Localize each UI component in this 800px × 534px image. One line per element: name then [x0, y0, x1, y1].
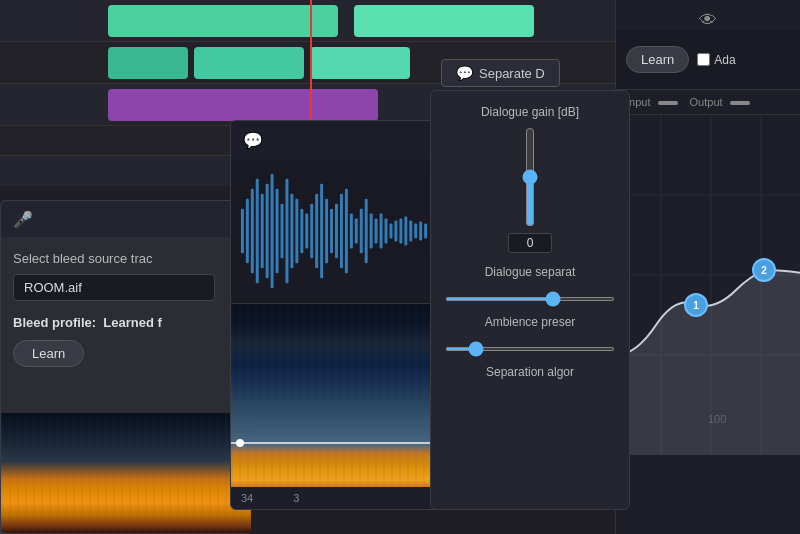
svg-rect-34	[404, 217, 407, 246]
ada-checkbox[interactable]: Ada	[697, 53, 735, 67]
svg-rect-21	[340, 194, 343, 268]
dialogue-sep-slider[interactable]	[445, 297, 615, 301]
waveform-header: 💬	[231, 121, 439, 159]
dialogue-gain-value: 0	[508, 233, 552, 253]
timeline-3: 3	[293, 492, 299, 504]
ada-label: Ada	[714, 53, 735, 67]
ambience-slider[interactable]	[445, 347, 615, 351]
eq-panel: 👁 Learn Ada Input Output	[615, 0, 800, 534]
spectrogram-display	[231, 304, 439, 504]
svg-rect-15	[310, 204, 313, 259]
io-input-label: Input	[626, 96, 678, 108]
svg-rect-11	[290, 194, 293, 268]
spec-overlay-left	[1, 413, 251, 533]
track-cell-2c	[310, 47, 410, 79]
ambience-slider-container	[445, 337, 615, 355]
track-cell-1b	[354, 5, 534, 37]
spec-overlay-mid	[231, 304, 439, 504]
svg-rect-35	[409, 221, 412, 242]
svg-rect-22	[345, 189, 348, 273]
separate-btn-label[interactable]: Separate D	[479, 66, 545, 81]
spec-line	[231, 442, 439, 444]
ada-checkbox-input[interactable]	[697, 53, 710, 66]
waveform-content: 34 3	[231, 159, 439, 509]
mic-icon: 🎤	[13, 210, 33, 229]
waveform-svg	[231, 159, 439, 303]
eq-top-icon: 👁	[699, 10, 717, 31]
bleed-file-display[interactable]: ROOM.aif	[13, 274, 215, 301]
svg-rect-33	[399, 219, 402, 244]
learn-button-left[interactable]: Learn	[13, 340, 84, 367]
svg-rect-1	[241, 209, 244, 254]
svg-rect-20	[335, 204, 338, 259]
dialogue-gain-label: Dialogue gain [dB]	[445, 105, 615, 119]
dialogue-sep-label: Dialogue separat	[445, 265, 615, 279]
svg-rect-7	[271, 174, 274, 288]
controls-panel: 💬 Separate D Dialogue gain [dB] 0 Dialog…	[430, 90, 630, 510]
svg-text:2: 2	[761, 265, 767, 276]
dialogue-gain-slider[interactable]	[518, 127, 542, 227]
svg-rect-9	[281, 204, 284, 259]
svg-rect-4	[256, 179, 259, 283]
eq-graph-svg: 1 2	[616, 115, 800, 455]
svg-rect-28	[375, 219, 378, 244]
track-cell-2b	[194, 47, 304, 79]
timeline-bar: 34 3	[231, 487, 439, 509]
svg-rect-30	[385, 219, 388, 244]
track-cell-2a	[108, 47, 188, 79]
dialogue-gain-slider-container: 0	[445, 127, 615, 253]
bleed-profile-label: Bleed profile: Learned f	[13, 315, 237, 330]
svg-rect-37	[419, 222, 422, 241]
svg-rect-36	[414, 224, 417, 239]
spec-dot	[236, 439, 244, 447]
sep-algo-label: Separation algor	[445, 365, 615, 379]
svg-rect-10	[285, 179, 288, 283]
chat-icon-2: 💬	[456, 65, 473, 81]
svg-rect-8	[276, 189, 279, 273]
svg-rect-29	[380, 214, 383, 249]
svg-rect-27	[370, 214, 373, 249]
bleed-panel-body: Select bleed source trac ROOM.aif Bleed …	[1, 237, 249, 381]
waveform-display	[231, 159, 439, 304]
eq-graph: 1 2 100	[616, 115, 800, 455]
svg-rect-19	[330, 209, 333, 254]
track-cell-1a	[108, 5, 338, 37]
svg-rect-23	[350, 214, 353, 249]
timeline-34: 34	[241, 492, 253, 504]
svg-rect-31	[389, 224, 392, 239]
bleed-source-label: Select bleed source trac	[13, 251, 237, 266]
chat-icon: 💬	[243, 131, 263, 150]
eq-header: Learn Ada	[616, 30, 800, 90]
svg-rect-6	[266, 184, 269, 278]
track-cell-3a	[108, 89, 378, 121]
svg-rect-26	[365, 199, 368, 264]
svg-rect-14	[305, 214, 308, 249]
svg-rect-24	[355, 219, 358, 244]
dialogue-sep-slider-container	[445, 287, 615, 305]
ambience-label: Ambience preser	[445, 315, 615, 329]
svg-rect-17	[320, 184, 323, 278]
eq-io-labels: Input Output	[616, 90, 800, 115]
learn-button-right[interactable]: Learn	[626, 46, 689, 73]
svg-rect-2	[246, 199, 249, 264]
svg-rect-38	[424, 224, 427, 239]
svg-rect-32	[394, 221, 397, 242]
separate-button-area: 💬 Separate D	[441, 59, 560, 87]
svg-rect-13	[300, 209, 303, 254]
bleed-panel-header: 🎤	[1, 201, 249, 237]
svg-text:1: 1	[693, 300, 699, 311]
io-output-label: Output	[690, 96, 750, 108]
bleed-source-panel: 🎤 Select bleed source trac ROOM.aif Blee…	[0, 200, 250, 534]
svg-rect-5	[261, 194, 264, 268]
svg-rect-3	[251, 189, 254, 273]
svg-rect-25	[360, 209, 363, 254]
waveform-panel: 💬	[230, 120, 440, 510]
eq-freq-label: 100	[708, 413, 726, 425]
spectrogram-left	[1, 413, 251, 533]
svg-rect-16	[315, 194, 318, 268]
svg-rect-18	[325, 199, 328, 264]
svg-rect-12	[295, 199, 298, 264]
